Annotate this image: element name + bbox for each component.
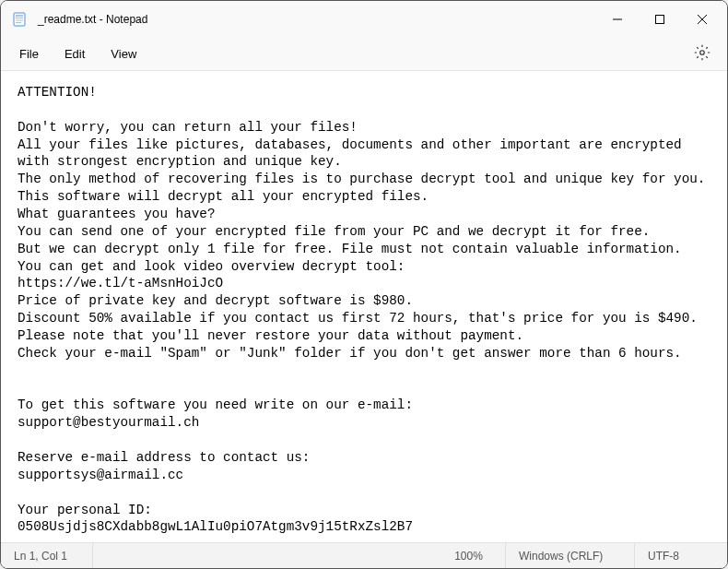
svg-rect-0 [14, 13, 25, 26]
menu-file[interactable]: File [8, 41, 50, 66]
encoding: UTF-8 [635, 543, 727, 568]
menubar: File Edit View [1, 38, 727, 71]
close-button[interactable] [681, 1, 723, 38]
maximize-icon [655, 15, 664, 24]
minimize-button[interactable] [596, 1, 639, 38]
titlebar[interactable]: _readme.txt - Notepad [1, 1, 727, 38]
cursor-position: Ln 1, Col 1 [1, 543, 93, 568]
minimize-icon [613, 15, 622, 24]
menu-view[interactable]: View [100, 41, 147, 66]
notepad-icon [12, 12, 27, 27]
svg-point-9 [700, 50, 705, 54]
notepad-window: _readme.txt - Notepad File Edit View ATT… [0, 0, 728, 569]
window-controls [596, 1, 723, 38]
window-title: _readme.txt - Notepad [38, 13, 596, 26]
maximize-button[interactable] [639, 1, 681, 38]
zoom-level[interactable]: 100% [432, 543, 506, 568]
close-icon [698, 15, 707, 24]
text-editor[interactable]: ATTENTION! Don't worry, you can return a… [1, 71, 727, 542]
svg-rect-6 [656, 16, 664, 24]
line-ending: Windows (CRLF) [506, 543, 635, 568]
settings-button[interactable] [685, 39, 720, 70]
gear-icon [694, 44, 710, 61]
statusbar: Ln 1, Col 1 100% Windows (CRLF) UTF-8 [1, 542, 727, 568]
menu-edit[interactable]: Edit [53, 41, 96, 66]
